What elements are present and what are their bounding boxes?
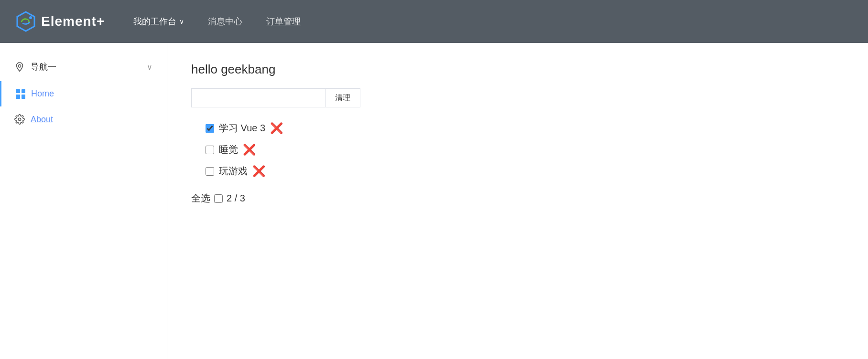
chevron-down-icon: ∨ — [179, 18, 184, 25]
select-all-label: 全选 — [191, 192, 210, 205]
chevron-down-icon: ∨ — [147, 63, 152, 72]
page-title: hello geekbang — [191, 62, 844, 77]
todo-input[interactable] — [191, 88, 325, 107]
content-area: hello geekbang 清理 学习 Vue 3 ❌ 睡觉 ❌ 玩游戏 ❌ — [167, 43, 868, 359]
count-label: 2 / 3 — [227, 193, 245, 204]
svg-point-2 — [18, 64, 21, 67]
nav-item-workbench[interactable]: 我的工作台 ∨ — [133, 16, 184, 27]
todo-checkbox-1[interactable] — [206, 124, 214, 133]
sidebar-item-home-label: Home — [31, 89, 54, 99]
sidebar: 导航一 ∨ Home About — [0, 43, 167, 359]
sidebar-item-about-label: About — [31, 115, 53, 125]
sidebar-item-about[interactable]: About — [0, 106, 167, 132]
select-all-row: 全选 2 / 3 — [191, 192, 844, 205]
sidebar-nav-section-left: 导航一 — [14, 61, 56, 73]
select-all-checkbox[interactable] — [214, 194, 223, 203]
todo-text-2: 睡觉 — [219, 143, 238, 156]
delete-button-1[interactable]: ❌ — [270, 123, 283, 134]
delete-button-2[interactable]: ❌ — [243, 145, 256, 155]
grid-icon — [16, 89, 25, 99]
input-row: 清理 — [191, 88, 844, 107]
logo-icon — [14, 10, 37, 33]
nav-items-container: 我的工作台 ∨ 消息中心 订单管理 — [133, 16, 854, 27]
todo-list: 学习 Vue 3 ❌ 睡觉 ❌ 玩游戏 ❌ — [191, 122, 844, 178]
todo-item-3: 玩游戏 ❌ — [206, 165, 844, 178]
todo-item-1: 学习 Vue 3 ❌ — [206, 122, 844, 135]
delete-button-3[interactable]: ❌ — [252, 166, 265, 177]
todo-item-2: 睡觉 ❌ — [206, 143, 844, 156]
svg-point-3 — [18, 118, 21, 121]
logo-text: Element+ — [41, 14, 105, 29]
sidebar-item-home[interactable]: Home — [0, 81, 167, 106]
clear-button[interactable]: 清理 — [325, 88, 360, 107]
gear-icon — [14, 114, 25, 125]
svg-marker-0 — [17, 12, 34, 31]
sidebar-nav-section-label: 导航一 — [31, 61, 56, 73]
sidebar-nav-section[interactable]: 导航一 ∨ — [0, 53, 167, 81]
logo-area: Element+ — [14, 10, 105, 33]
svg-point-1 — [29, 16, 32, 19]
todo-checkbox-2[interactable] — [206, 146, 214, 154]
nav-item-workbench-label: 我的工作台 — [133, 16, 176, 27]
todo-checkbox-3[interactable] — [206, 167, 214, 176]
location-icon — [14, 62, 25, 72]
nav-item-orders[interactable]: 订单管理 — [266, 16, 301, 27]
nav-item-messages[interactable]: 消息中心 — [208, 16, 242, 27]
todo-text-3: 玩游戏 — [219, 165, 248, 178]
top-nav: Element+ 我的工作台 ∨ 消息中心 订单管理 — [0, 0, 868, 43]
nav-item-orders-label: 订单管理 — [266, 16, 301, 27]
todo-text-1: 学习 Vue 3 — [219, 122, 265, 135]
nav-item-messages-label: 消息中心 — [208, 16, 242, 27]
main-layout: 导航一 ∨ Home About hello geekbang 清理 — [0, 43, 868, 359]
